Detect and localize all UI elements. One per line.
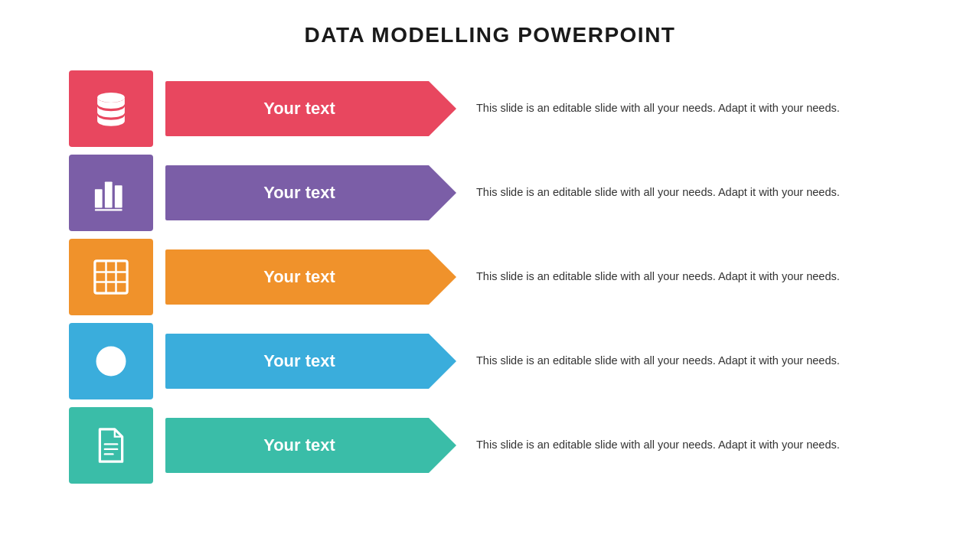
bar-chart-icon [91, 173, 131, 213]
description-5: This slide is an editable slide with all… [469, 437, 911, 454]
arrow-3: Your text [165, 249, 456, 305]
description-1: This slide is an editable slide with all… [469, 100, 911, 117]
svg-rect-3 [115, 185, 122, 207]
arrow-label-2: Your text [263, 183, 358, 203]
svg-rect-4 [95, 209, 122, 210]
svg-rect-2 [105, 181, 113, 207]
arrow-4: Your text [165, 334, 456, 389]
arrow-shape-3: Your text [165, 249, 456, 305]
arrow-5: Your text [165, 418, 456, 473]
svg-point-0 [97, 93, 125, 103]
arrow-label-1: Your text [263, 99, 358, 119]
arrow-shape-2: Your text [165, 165, 456, 220]
icon-box-3 [69, 239, 153, 315]
row-5: Your text This slide is an editable slid… [69, 407, 911, 484]
slide: DATA MODELLING POWERPOINT Your text This… [0, 0, 980, 551]
arrow-label-3: Your text [263, 267, 358, 287]
database-icon [91, 89, 131, 129]
arrow-label-5: Your text [263, 435, 358, 455]
pie-chart-icon [91, 341, 131, 381]
svg-rect-1 [95, 189, 103, 207]
icon-box-1 [69, 70, 153, 147]
arrow-shape-1: Your text [165, 81, 456, 136]
row-1: Your text This slide is an editable slid… [69, 70, 911, 147]
arrow-shape-4: Your text [165, 334, 456, 389]
row-3: Your text This slide is an editable slid… [69, 239, 911, 315]
arrow-2: Your text [165, 165, 456, 220]
svg-rect-5 [95, 261, 127, 293]
arrow-label-4: Your text [263, 351, 358, 371]
arrow-shape-5: Your text [165, 418, 456, 473]
description-2: This slide is an editable slide with all… [469, 184, 911, 201]
description-3: This slide is an editable slide with all… [469, 269, 911, 285]
row-4: Your text This slide is an editable slid… [69, 323, 911, 399]
slide-title: DATA MODELLING POWERPOINT [305, 23, 676, 47]
icon-box-5 [69, 407, 153, 484]
rows-container: Your text This slide is an editable slid… [69, 70, 911, 484]
row-2: Your text This slide is an editable slid… [69, 155, 911, 231]
arrow-1: Your text [165, 81, 456, 136]
icon-box-2 [69, 155, 153, 231]
description-4: This slide is an editable slide with all… [469, 353, 911, 370]
table-icon [91, 257, 131, 297]
document-icon [91, 425, 131, 465]
icon-box-4 [69, 323, 153, 399]
